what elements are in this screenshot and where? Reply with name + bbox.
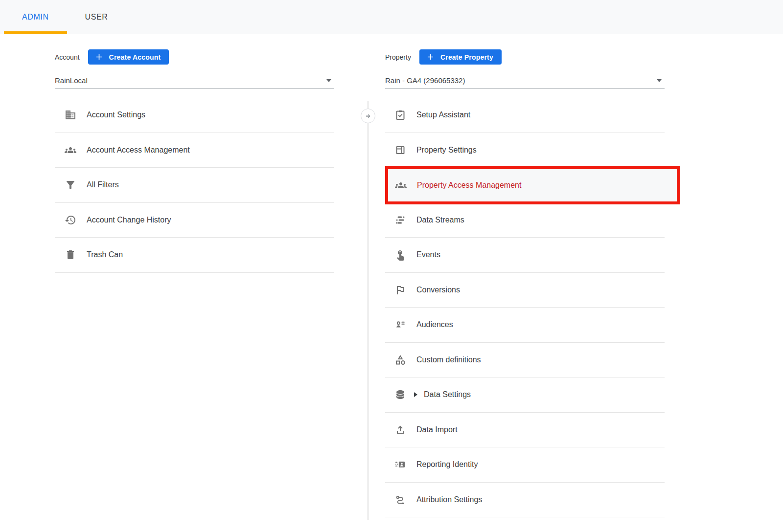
collapse-column-button[interactable] (361, 109, 375, 123)
plus-icon (94, 52, 104, 62)
menu-item-label: Data Import (416, 425, 458, 434)
database-icon (394, 389, 406, 400)
menu-item-events[interactable]: Events (385, 238, 665, 273)
account-selector-value: RainLocal (55, 76, 88, 85)
account-panel-header: Account Create Account (55, 49, 169, 65)
menu-item-reporting-identity[interactable]: Reporting Identity (385, 447, 665, 483)
menu-item-all-filters[interactable]: All Filters (55, 168, 334, 203)
highlight-box: Property Access Management (385, 166, 680, 204)
tab-user[interactable]: USER (67, 0, 126, 34)
people-icon (395, 179, 407, 191)
building-icon (65, 109, 76, 121)
filter-icon (65, 179, 76, 191)
menu-item-data-settings[interactable]: Data Settings (385, 377, 665, 413)
menu-item-setup-assistant[interactable]: Setup Assistant (385, 98, 665, 133)
property-selector[interactable]: Rain - GA4 (296065332) (385, 72, 665, 89)
menu-item-label: Account Change History (87, 216, 171, 224)
menu-item-label: Reporting Identity (416, 460, 478, 469)
chevron-down-icon (657, 79, 662, 82)
admin-user-tabbar: ADMIN USER (0, 0, 783, 34)
arrow-right-icon (365, 112, 372, 120)
menu-item-audiences[interactable]: Audiences (385, 308, 665, 343)
trash-icon (65, 249, 76, 261)
column-divider (368, 101, 368, 520)
menu-item-label: Data Settings (424, 390, 471, 399)
create-property-button-label: Create Property (440, 53, 493, 61)
property-panel-header: Property Create Property (385, 49, 502, 65)
create-account-button[interactable]: Create Account (88, 49, 169, 65)
menu-item-property-settings[interactable]: Property Settings (385, 133, 665, 168)
menu-item-label: Custom definitions (416, 355, 481, 364)
shapes-icon (394, 354, 406, 366)
menu-item-label: Audiences (416, 320, 453, 329)
menu-item-label: Property Settings (416, 146, 477, 155)
plus-icon (426, 52, 435, 62)
property-menu: Setup Assistant Property Settings Proper… (385, 98, 665, 517)
account-selector[interactable]: RainLocal (55, 72, 334, 89)
menu-item-label: Events (416, 250, 440, 259)
id-card-icon (394, 459, 406, 470)
menu-item-property-access-management[interactable]: Property Access Management (388, 169, 677, 201)
window-icon (394, 144, 406, 156)
account-menu: Account Settings Account Access Manageme… (55, 98, 334, 273)
clipboard-check-icon (394, 109, 406, 121)
create-account-button-label: Create Account (109, 53, 161, 61)
menu-item-custom-definitions[interactable]: Custom definitions (385, 343, 665, 378)
menu-item-account-change-history[interactable]: Account Change History (55, 203, 334, 238)
flag-icon (394, 284, 406, 296)
history-icon (65, 214, 76, 226)
chevron-down-icon (326, 79, 331, 82)
menu-item-label: All Filters (87, 180, 119, 189)
menu-item-label: Property Access Management (417, 181, 521, 190)
menu-item-label: Conversions (416, 286, 460, 294)
menu-item-label: Account Settings (87, 111, 145, 119)
property-selector-value: Rain - GA4 (296065332) (385, 76, 465, 85)
tab-admin[interactable]: ADMIN (4, 0, 67, 34)
menu-item-label: Account Access Management (87, 146, 190, 155)
person-list-icon (394, 319, 406, 331)
upload-icon (394, 424, 406, 436)
route-icon (394, 494, 406, 506)
menu-item-label: Setup Assistant (416, 111, 470, 119)
touch-icon (394, 249, 406, 261)
data-streams-icon (394, 214, 406, 226)
menu-item-account-access-management[interactable]: Account Access Management (55, 133, 334, 168)
menu-item-label: Trash Can (87, 250, 123, 259)
menu-item-data-streams[interactable]: Data Streams (385, 203, 665, 238)
menu-item-trash-can[interactable]: Trash Can (55, 238, 334, 273)
create-property-button[interactable]: Create Property (419, 49, 502, 65)
expand-triangle-icon[interactable] (414, 392, 417, 397)
menu-item-label: Attribution Settings (416, 495, 482, 504)
menu-item-attribution-settings[interactable]: Attribution Settings (385, 483, 665, 518)
property-label: Property (385, 53, 411, 61)
people-icon (65, 144, 76, 156)
menu-item-label: Data Streams (416, 216, 464, 224)
menu-item-conversions[interactable]: Conversions (385, 273, 665, 308)
menu-item-data-import[interactable]: Data Import (385, 413, 665, 448)
admin-content: Account Create Account RainLocal Account… (0, 34, 783, 532)
menu-item-account-settings[interactable]: Account Settings (55, 98, 334, 133)
account-label: Account (55, 53, 80, 61)
